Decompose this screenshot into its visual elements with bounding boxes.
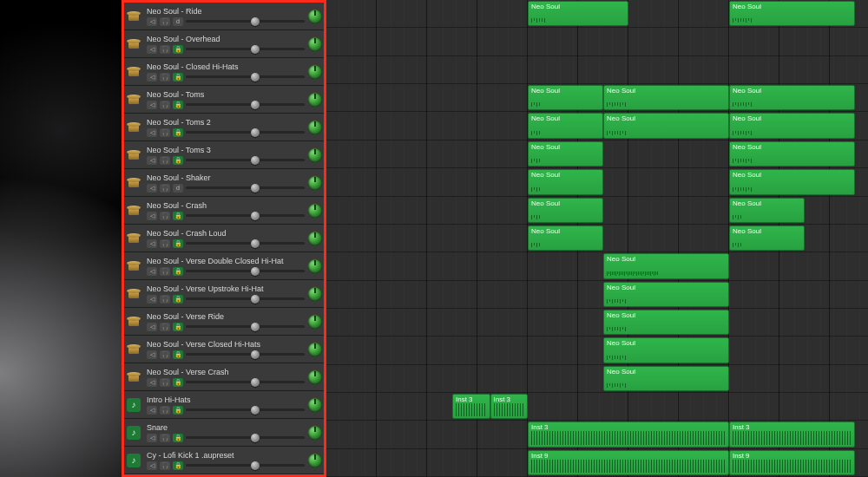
solo-button[interactable]: 🎧 [160, 323, 170, 331]
track-header[interactable]: Neo Soul - Closed Hi-Hats◁🎧🔒 [124, 58, 324, 86]
pan-knob[interactable] [308, 121, 322, 134]
arrangement-lane[interactable]: Neo SoulNeo SoulNeo Soul [326, 112, 868, 140]
mute-button[interactable]: ◁ [147, 239, 157, 248]
volume-slider[interactable] [186, 184, 305, 193]
mute-button[interactable]: ◁ [147, 461, 157, 470]
midi-region[interactable]: Neo Soul [729, 198, 805, 223]
midi-region[interactable]: Neo Soul [729, 169, 855, 194]
slider-knob[interactable] [251, 184, 260, 193]
lock-button[interactable]: 🔒 [173, 350, 183, 359]
track-header[interactable]: Neo Soul - Shaker◁🎧d [124, 169, 324, 197]
arrangement-lane[interactable]: Neo Soul [326, 281, 868, 309]
arrangement-lane[interactable]: Neo SoulNeo SoulNeo Soul [326, 84, 868, 112]
mute-button[interactable]: ◁ [147, 378, 157, 387]
volume-slider[interactable] [186, 295, 305, 304]
solo-button[interactable]: 🎧 [160, 406, 170, 415]
midi-region[interactable]: Neo Soul [729, 85, 855, 110]
slider-knob[interactable] [251, 406, 260, 415]
lock-button[interactable]: 🔒 [173, 239, 183, 248]
midi-region[interactable]: Neo Soul [528, 225, 603, 251]
track-header[interactable]: Neo Soul - Verse Crash◁🎧🔒 [124, 363, 324, 391]
midi-region[interactable]: Neo Soul [528, 113, 603, 138]
arrangement-lane[interactable]: Inst 9Inst 9 [326, 449, 868, 477]
midi-region[interactable]: Inst 3 [729, 421, 855, 447]
midi-region[interactable]: Inst 3 [528, 421, 729, 447]
mute-button[interactable]: ◁ [147, 267, 157, 276]
arrangement-lane[interactable]: Neo SoulNeo Soul [326, 225, 868, 252]
track-header[interactable]: Neo Soul - Toms 3◁🎧🔒 [124, 141, 324, 169]
pan-knob[interactable] [308, 65, 322, 79]
slider-knob[interactable] [251, 323, 260, 331]
midi-region[interactable]: Neo Soul [729, 225, 805, 251]
track-header[interactable]: Neo Soul - Ride◁🎧d [124, 3, 324, 30]
arrangement-lane[interactable]: Neo Soul [326, 252, 868, 280]
pan-knob[interactable] [308, 93, 322, 107]
arrangement-lane[interactable] [326, 56, 868, 84]
pan-knob[interactable] [308, 259, 322, 273]
solo-button[interactable]: 🎧 [160, 434, 170, 442]
lock-button[interactable]: 🔒 [173, 212, 183, 220]
lock-button[interactable]: 🔒 [173, 267, 183, 276]
arrangement-lane[interactable]: Neo SoulNeo Soul [326, 168, 868, 196]
pan-knob[interactable] [308, 204, 322, 218]
slider-knob[interactable] [251, 156, 260, 165]
solo-button[interactable]: 🎧 [160, 212, 170, 220]
pan-knob[interactable] [308, 454, 322, 467]
slider-knob[interactable] [251, 295, 260, 304]
mute-button[interactable]: ◁ [147, 212, 157, 220]
midi-region[interactable]: Neo Soul [729, 1, 855, 26]
slider-knob[interactable] [251, 350, 260, 359]
pan-knob[interactable] [308, 287, 322, 301]
lock-button[interactable]: 🔒 [173, 156, 183, 165]
solo-button[interactable]: 🎧 [160, 239, 170, 248]
slider-knob[interactable] [251, 239, 260, 248]
volume-slider[interactable] [186, 323, 305, 331]
slider-knob[interactable] [251, 378, 260, 387]
midi-region[interactable]: Neo Soul [729, 113, 855, 138]
pan-knob[interactable] [308, 10, 322, 23]
lock-button[interactable]: 🔒 [173, 378, 183, 387]
solo-button[interactable]: 🎧 [160, 184, 170, 193]
slider-knob[interactable] [251, 128, 260, 137]
pan-knob[interactable] [308, 343, 322, 356]
track-header[interactable]: Neo Soul - Verse Closed Hi-Hats◁🎧🔒 [124, 336, 324, 363]
arrangement-lane[interactable]: Inst 3Inst 3 [326, 421, 868, 448]
lock-button[interactable]: 🔒 [173, 295, 183, 304]
arrangement-lane[interactable] [326, 28, 868, 56]
volume-slider[interactable] [186, 434, 305, 442]
pan-knob[interactable] [308, 148, 322, 162]
track-header[interactable]: Neo Soul - Verse Double Closed Hi-Hat◁🎧🔒 [124, 252, 324, 280]
midi-region[interactable]: Neo Soul [603, 253, 729, 278]
volume-slider[interactable] [186, 45, 305, 54]
mute-button[interactable]: ◁ [147, 295, 157, 304]
solo-button[interactable]: 🎧 [160, 461, 170, 470]
slider-knob[interactable] [251, 17, 260, 26]
arrangement-area[interactable]: Neo SoulNeo SoulNeo SoulNeo SoulNeo Soul… [326, 0, 868, 477]
mute-button[interactable]: ◁ [147, 128, 157, 137]
slider-knob[interactable] [251, 73, 260, 82]
volume-slider[interactable] [186, 406, 305, 415]
volume-slider[interactable] [186, 378, 305, 387]
slider-knob[interactable] [251, 461, 260, 470]
solo-button[interactable]: 🎧 [160, 156, 170, 165]
volume-slider[interactable] [186, 212, 305, 220]
lock-button[interactable]: 🔒 [173, 461, 183, 470]
lock-button[interactable]: 🔒 [173, 73, 183, 82]
lock-button[interactable]: d [173, 184, 183, 193]
arrangement-lane[interactable]: Neo Soul [326, 337, 868, 364]
pan-knob[interactable] [308, 176, 322, 190]
pan-knob[interactable] [308, 426, 322, 440]
midi-region[interactable]: Neo Soul [528, 169, 603, 194]
midi-region[interactable]: Inst 3 [490, 394, 529, 419]
solo-button[interactable]: 🎧 [160, 45, 170, 54]
slider-knob[interactable] [251, 212, 260, 220]
pan-knob[interactable] [308, 37, 322, 51]
pan-knob[interactable] [308, 398, 322, 412]
midi-region[interactable]: Neo Soul [603, 85, 729, 110]
mute-button[interactable]: ◁ [147, 406, 157, 415]
mute-button[interactable]: ◁ [147, 45, 157, 54]
track-header[interactable]: ♪Cy - Lofi Kick 1 .aupreset◁🎧🔒 [124, 447, 324, 474]
solo-button[interactable]: 🎧 [160, 350, 170, 359]
mute-button[interactable]: ◁ [147, 350, 157, 359]
midi-region[interactable]: Neo Soul [528, 85, 603, 110]
